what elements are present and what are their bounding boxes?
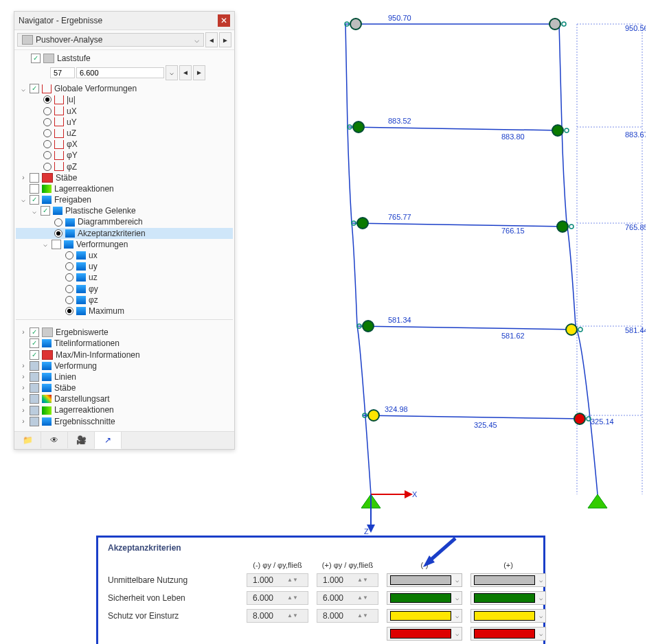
expand-icon[interactable]: › (20, 417, 27, 426)
col-header-pos: (+) φy / φy,fließ (317, 561, 378, 569)
radio[interactable] (43, 129, 52, 137)
tab-project-icon[interactable]: 📁 (14, 432, 41, 448)
checkbox[interactable] (30, 383, 39, 393)
tree-item-acceptance[interactable]: Akzeptanzkriterien (16, 228, 233, 239)
acceptance-title: Akzeptanzkriterien (108, 543, 534, 553)
tab-views-icon[interactable]: 👁 (41, 432, 68, 448)
value-neg-input[interactable]: 1.000▲▼ (247, 573, 308, 587)
expand-icon[interactable]: › (20, 383, 27, 393)
svg-point-24 (353, 122, 364, 133)
checkbox[interactable] (30, 173, 39, 183)
radio[interactable] (65, 262, 73, 271)
next-button[interactable]: ► (219, 32, 231, 47)
structural-diagram: X Z 950.70 950.56 883.52 883.80 883.67 7… (288, 0, 646, 536)
row-label: Unmittelbare Nutzung (108, 575, 238, 585)
radio[interactable] (54, 218, 63, 227)
tree-item-label: ux (89, 250, 98, 261)
checkbox[interactable] (41, 206, 50, 216)
u-icon (54, 162, 64, 171)
tree-item-label: Diagrammbereich (78, 216, 143, 227)
chevron-down-icon[interactable]: ⌵ (166, 65, 178, 80)
loadstep-value[interactable] (76, 67, 164, 78)
u-icon (76, 262, 86, 271)
checkbox[interactable] (30, 184, 39, 194)
value-neg-input[interactable]: 6.000▲▼ (247, 591, 308, 605)
checkbox[interactable] (31, 54, 41, 63)
svg-point-28 (363, 321, 374, 332)
value-neg-input[interactable]: 8.000▲▼ (247, 609, 308, 623)
checkbox[interactable] (52, 240, 61, 249)
svg-line-10 (357, 326, 576, 330)
svg-text:324.98: 324.98 (385, 405, 408, 413)
checkbox[interactable] (30, 417, 39, 426)
radio[interactable] (65, 251, 73, 260)
tree-item-label: Freigaben (54, 194, 91, 205)
checkbox[interactable] (30, 361, 39, 371)
radio[interactable] (65, 307, 73, 315)
radio[interactable] (65, 273, 73, 281)
radio[interactable] (43, 107, 52, 115)
tree-item-label: φy (89, 284, 98, 295)
value-pos-input[interactable]: 1.000▲▼ (317, 573, 378, 587)
u-icon (54, 140, 64, 149)
color-pos-select[interactable]: ⌵ (470, 627, 546, 641)
value-pos-input[interactable]: 6.000▲▼ (317, 591, 378, 605)
expand-icon[interactable]: › (20, 327, 27, 337)
color-neg-select[interactable]: ⌵ (387, 609, 462, 623)
member-icon (42, 384, 52, 392)
loadstep-index[interactable] (50, 67, 75, 78)
checkbox[interactable] (30, 327, 39, 337)
color-neg-select[interactable]: ⌵ (387, 591, 462, 605)
color-pos-select[interactable]: ⌵ (470, 609, 546, 623)
expand-icon[interactable]: ⌵ (31, 207, 38, 216)
release-icon (42, 196, 52, 204)
radio[interactable] (43, 118, 52, 126)
step-prev-button[interactable]: ◄ (179, 65, 192, 80)
checkbox[interactable] (30, 195, 39, 205)
expand-icon[interactable]: › (20, 361, 27, 371)
checkbox[interactable] (30, 394, 39, 404)
svg-line-60 (428, 538, 455, 562)
radio[interactable] (65, 296, 73, 304)
checkbox[interactable] (30, 406, 39, 415)
analysis-dropdown-label: Pushover-Analyse (36, 35, 102, 45)
radio[interactable] (43, 163, 52, 171)
tree-item-label: |u| (67, 94, 76, 105)
radio[interactable] (43, 140, 52, 148)
radio[interactable] (43, 95, 52, 104)
radio[interactable] (65, 285, 73, 293)
expand-icon[interactable]: › (20, 372, 27, 382)
svg-line-9 (352, 223, 567, 227)
expand-icon[interactable]: ⌵ (42, 240, 49, 249)
expand-icon[interactable]: › (20, 173, 27, 183)
step-next-button[interactable]: ► (193, 65, 205, 80)
prev-button[interactable]: ◄ (205, 32, 218, 47)
checkbox[interactable] (30, 84, 39, 93)
svg-text:581.34: 581.34 (388, 316, 411, 324)
color-pos-select[interactable]: ⌵ (470, 573, 546, 587)
tab-results-icon[interactable]: ↗ (95, 432, 122, 449)
checkbox[interactable] (30, 350, 39, 360)
expand-icon[interactable]: › (20, 406, 27, 415)
analysis-icon (22, 35, 33, 45)
value-pos-input[interactable]: 8.000▲▼ (317, 609, 378, 623)
tree-item-label: uX (67, 106, 77, 117)
tab-animations-icon[interactable]: 🎥 (68, 432, 95, 448)
radio[interactable] (43, 151, 52, 159)
close-icon[interactable]: ✕ (218, 14, 230, 27)
checkbox[interactable] (30, 338, 39, 348)
u-icon (76, 285, 86, 293)
u-icon (76, 251, 86, 260)
radio[interactable] (54, 229, 63, 238)
expand-icon[interactable]: ⌵ (20, 84, 27, 94)
col-header-neg: (-) φy / φy,fließ (247, 561, 308, 569)
expand-icon[interactable]: ⌵ (20, 195, 27, 205)
color-pos-select[interactable]: ⌵ (470, 591, 546, 605)
checkbox[interactable] (30, 372, 39, 382)
expand-icon[interactable]: › (20, 395, 27, 404)
tree-item-label: φZ (67, 161, 77, 172)
color-neg-select[interactable]: ⌵ (387, 573, 462, 587)
analysis-dropdown[interactable]: Pushover-Analyse ⌵ (17, 33, 204, 47)
color-neg-select[interactable]: ⌵ (387, 627, 462, 641)
svg-point-26 (357, 218, 368, 229)
